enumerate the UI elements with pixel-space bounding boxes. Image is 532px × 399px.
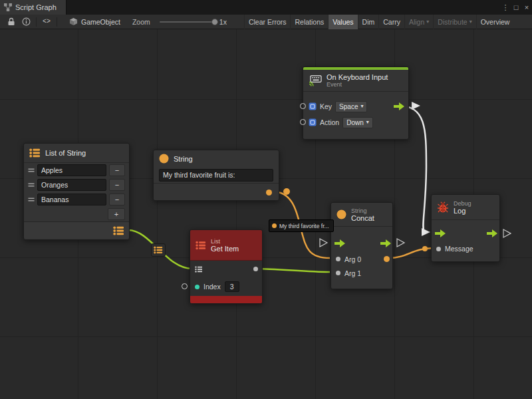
chevron-down-icon: ▾ <box>366 120 369 125</box>
graph-toolbar: <> GameObject Zoom 1x Clear Errors Relat… <box>0 15 532 29</box>
string-icon <box>159 154 169 164</box>
arg1-input-port[interactable] <box>336 271 340 275</box>
zoom-value: 1x <box>219 18 227 26</box>
chevron-down-icon: ▾ <box>426 19 429 25</box>
drag-handle-icon[interactable] <box>28 168 35 173</box>
clear-errors-button[interactable]: Clear Errors <box>244 15 291 29</box>
flow-arrowhead <box>422 228 430 236</box>
node-category: List <box>211 238 239 245</box>
info-button[interactable] <box>19 15 33 29</box>
flow-hint-triangle-icon <box>503 229 511 237</box>
lock-icon <box>7 17 15 26</box>
wire-value-label: My third favorite fr... <box>269 219 334 232</box>
flow-row <box>432 225 501 241</box>
index-field[interactable]: 3 <box>225 281 239 292</box>
zoom-slider-knob[interactable] <box>211 19 218 25</box>
chevron-down-icon: ▾ <box>469 19 472 25</box>
flow-hint-triangle-icon <box>320 239 327 247</box>
index-external-port[interactable] <box>182 283 188 289</box>
flow-output-port[interactable] <box>487 229 497 237</box>
close-icon[interactable]: × <box>521 0 532 15</box>
node-title: Concat <box>351 214 374 222</box>
add-item-button[interactable]: + <box>108 208 125 220</box>
result-output-port[interactable] <box>384 256 390 262</box>
wire-concat-to-log-message[interactable] <box>388 248 436 258</box>
node-title: Log <box>454 207 471 215</box>
index-row: Index 3 <box>190 278 263 295</box>
dim-button[interactable]: Dim <box>358 15 379 29</box>
flow-hint-triangle-icon <box>397 239 404 247</box>
node-debug-log[interactable]: Debug Log Message <box>431 194 500 262</box>
graph-canvas[interactable]: On Keyboard Input Event Key Space ▾ Acti… <box>0 29 532 399</box>
flow-output-port[interactable] <box>380 239 391 247</box>
list-icon <box>196 241 206 250</box>
node-error-strip <box>190 296 262 303</box>
flow-input-port[interactable] <box>334 239 345 247</box>
wire-list-value-chip <box>151 243 166 257</box>
flow-output-port[interactable] <box>394 102 404 110</box>
index-input-port[interactable] <box>195 285 200 289</box>
remove-item-button[interactable]: − <box>109 179 125 191</box>
item-output-port[interactable] <box>253 267 258 271</box>
toolbar-separator <box>57 17 57 27</box>
arg1-row: Arg 1 <box>331 266 394 280</box>
node-list-of-string[interactable]: List of String Apples − Oranges − Banana… <box>23 143 130 240</box>
window-tab[interactable]: Script Graph <box>0 0 66 15</box>
string-value-field[interactable]: My third favorite fruit is: <box>159 169 273 182</box>
window-menu-icon[interactable]: ⋮ <box>500 0 511 15</box>
string-value-dot-icon <box>272 223 277 228</box>
distribute-button[interactable]: Distribute▾ <box>433 15 475 29</box>
keyboard-icon <box>309 75 322 86</box>
relations-button[interactable]: Relations <box>290 15 328 29</box>
drag-handle-icon[interactable] <box>28 197 35 202</box>
list-item-field[interactable]: Oranges <box>37 179 106 191</box>
index-label: Index <box>203 283 221 291</box>
maximize-icon[interactable]: □ <box>511 0 521 15</box>
keycap-icon <box>309 102 317 110</box>
node-title: String <box>174 155 193 163</box>
code-view-button[interactable]: <> <box>39 15 54 29</box>
overview-button[interactable]: Overview <box>476 15 514 29</box>
list-input-row <box>190 261 263 278</box>
node-string-literal[interactable]: String My third favorite fruit is: <box>153 150 279 201</box>
wire-value-dot <box>283 188 290 195</box>
node-subtitle: Event <box>327 81 388 88</box>
lock-button[interactable] <box>4 15 19 29</box>
node-category: Debug <box>454 200 471 207</box>
list-item-field[interactable]: Bananas <box>37 194 106 205</box>
zoom-slider[interactable] <box>160 21 215 23</box>
action-input-port[interactable] <box>300 119 306 125</box>
message-input-port[interactable] <box>436 247 441 251</box>
info-icon <box>22 17 31 26</box>
window-title: Script Graph <box>15 3 57 11</box>
values-button[interactable]: Values <box>328 15 357 29</box>
list-output-row <box>24 221 129 239</box>
string-output-port[interactable] <box>266 190 272 196</box>
arg0-input-port[interactable] <box>336 257 340 261</box>
drag-handle-icon[interactable] <box>28 182 35 188</box>
list-item-field[interactable]: Apples <box>37 164 106 176</box>
align-button[interactable]: Align▾ <box>404 15 433 29</box>
key-dropdown[interactable]: Space ▾ <box>335 101 367 112</box>
action-dropdown[interactable]: Down ▾ <box>342 117 373 128</box>
list-output-port[interactable] <box>113 226 124 235</box>
node-concat[interactable]: String Concat Arg 0 Arg 1 <box>331 202 393 289</box>
carry-button[interactable]: Carry <box>378 15 404 29</box>
key-input-port[interactable] <box>300 103 306 109</box>
flow-input-port[interactable] <box>435 229 446 237</box>
list-item-row: Apples − <box>24 163 129 178</box>
wire-getitem-to-concat-arg1[interactable] <box>253 269 330 272</box>
list-item-row: Oranges − <box>24 178 129 192</box>
remove-item-button[interactable]: − <box>109 164 125 176</box>
remove-item-button[interactable]: − <box>109 194 125 205</box>
bug-icon <box>437 201 449 213</box>
arg0-row: Arg 0 <box>331 252 394 266</box>
gameobject-selector[interactable]: GameObject <box>69 17 120 26</box>
node-get-item[interactable]: List Get Item Index 3 <box>190 229 263 304</box>
list-input-port[interactable] <box>195 266 203 273</box>
toolbar-separator <box>36 17 37 27</box>
node-on-keyboard-input[interactable]: On Keyboard Input Event Key Space ▾ Acti… <box>303 66 409 140</box>
node-category: String <box>351 207 374 214</box>
flow-arrowhead <box>412 102 420 110</box>
wire-value-dot <box>422 246 428 251</box>
